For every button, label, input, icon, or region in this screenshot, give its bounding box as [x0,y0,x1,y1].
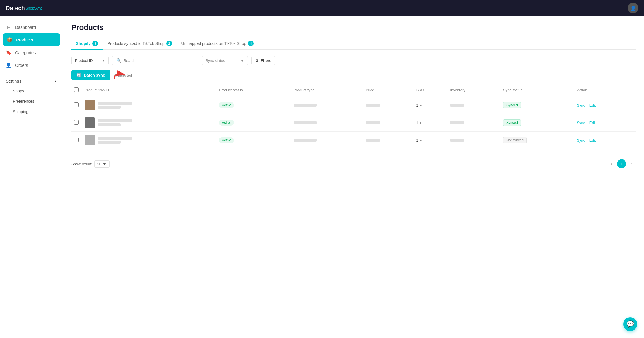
sidebar-item-products[interactable]: 📦 Products [3,33,60,46]
sku-expand-1[interactable]: ► [419,121,423,124]
col-header-sku: SKU [413,84,447,96]
product-type-placeholder-1 [294,121,317,124]
edit-link-0[interactable]: Edit [589,103,596,107]
sidebar-item-preferences[interactable]: Preferences [0,96,63,107]
sync-status-cell-1: Synced [500,114,574,132]
sku-expand-0[interactable]: ► [419,103,423,107]
sync-rotate-icon: 🔄 [76,73,81,77]
row-checkbox-2[interactable] [74,138,79,142]
action-cell-0: Sync Edit [574,96,636,114]
row-checkbox-1[interactable] [74,120,79,125]
sidebar-item-shipping[interactable]: Shipping [0,107,63,117]
product-status-cell-0: Active [216,96,290,114]
show-result-value: 20 [97,162,101,166]
products-icon: 📦 [7,37,13,43]
sync-link-2[interactable]: Sync [577,138,585,143]
product-type-cell-1 [291,114,363,132]
product-info-cell-0 [82,96,216,114]
brand-sub: ShopSync [26,6,43,10]
sync-status-cell-0: Synced [500,96,574,114]
product-title-placeholder-1 [98,119,132,122]
row-checkbox-cell-1[interactable] [71,114,82,132]
sync-link-0[interactable]: Sync [577,103,585,107]
show-result: Show result: 20 ▼ [71,160,110,168]
sidebar-divider [0,74,63,74]
search-box: 🔍 [112,56,198,65]
tab-synced-badge: 2 [166,41,172,46]
product-type-cell-2 [291,132,363,149]
chat-bubble[interactable]: 💬 [623,317,637,331]
product-thumb-2 [85,135,95,145]
page-title: Products [71,23,636,32]
page-1-btn[interactable]: 1 [617,159,626,168]
batch-sync-button[interactable]: 🔄 Batch sync [71,70,110,80]
batch-row: 🔄 Batch sync 0 selected [71,70,636,80]
tab-unmapped[interactable]: Unmapped products on TikTok Shop 4 [177,38,258,49]
tab-synced-label: Products synced to TikTok Shop [107,41,164,46]
shipping-label: Shipping [13,109,28,114]
product-filter-select[interactable]: Product ID ▼ [71,56,109,65]
pagination: ‹ 1 › [607,159,636,168]
price-placeholder-1 [366,121,380,124]
avatar[interactable]: 👤 [628,3,638,13]
product-info-cell-2 [82,132,216,149]
table-row: Active 2 ► Not synced Sync Edit [71,132,636,149]
sidebar-item-orders[interactable]: 👤 Orders [0,59,63,71]
sync-link-1[interactable]: Sync [577,121,585,125]
page-prev-btn[interactable]: ‹ [607,160,615,168]
sync-badge-1: Synced [503,119,521,126]
batch-sync-label: Batch sync [84,73,105,77]
product-thumb-0 [85,100,95,110]
tab-synced[interactable]: Products synced to TikTok Shop 2 [103,38,177,49]
product-status-cell-1: Active [216,114,290,132]
price-placeholder-0 [366,104,380,107]
page-next-btn[interactable]: › [628,160,636,168]
table-footer: Show result: 20 ▼ ‹ 1 › [71,154,636,168]
sidebar-item-shops[interactable]: Shops [0,86,63,96]
sku-cell-0: 2 ► [413,96,447,114]
status-badge-0: Active [219,102,234,108]
sku-expand-2[interactable]: ► [419,138,423,142]
tabs-bar: Shopify 3 Products synced to TikTok Shop… [71,38,636,50]
tab-unmapped-badge: 4 [248,41,254,46]
col-header-action: Action [574,84,636,96]
sync-badge-0: Synced [503,102,521,108]
filters-row: Product ID ▼ 🔍 Sync status ▼ ⚙ Filters [71,56,636,65]
inventory-cell-0 [447,96,500,114]
sidebar-label-categories: Categories [15,50,36,55]
sync-status-select[interactable]: Sync status ▼ [202,56,248,65]
chevron-down-icon: ▼ [102,59,105,62]
row-checkbox-0[interactable] [74,102,79,107]
chat-icon: 💬 [626,320,634,328]
sync-badge-2: Not synced [503,137,527,143]
show-result-select[interactable]: 20 ▼ [94,160,110,168]
table-row: Active 1 ► Synced Sync Edit [71,114,636,132]
product-title-placeholder-2 [98,137,132,140]
sidebar-item-dashboard[interactable]: ⊞ Dashboard [0,21,63,33]
select-all-checkbox[interactable] [74,87,79,92]
action-cell-2: Sync Edit [574,132,636,149]
search-input[interactable] [124,58,194,63]
sku-cell-2: 2 ► [413,132,447,149]
sidebar-label-orders: Orders [15,63,28,68]
orders-icon: 👤 [6,62,12,68]
sync-status-cell-2: Not synced [500,132,574,149]
product-id-placeholder-0 [98,106,121,109]
filters-button[interactable]: ⚙ Filters [251,56,275,65]
row-checkbox-cell-2[interactable] [71,132,82,149]
product-title-placeholder-0 [98,102,132,105]
sidebar-settings-section[interactable]: Settings ▲ [0,76,63,86]
sidebar-item-categories[interactable]: 🔖 Categories [0,46,63,59]
price-placeholder-2 [366,139,380,142]
layout: ⊞ Dashboard 📦 Products 🔖 Categories 👤 Or… [0,16,644,338]
row-checkbox-cell-0[interactable] [71,96,82,114]
brand-main: Datech [6,5,25,12]
select-all-cell[interactable] [71,84,82,96]
edit-link-1[interactable]: Edit [589,121,596,125]
edit-link-2[interactable]: Edit [589,138,596,143]
tab-shopify[interactable]: Shopify 3 [71,38,103,50]
red-arrow-annotation [112,69,129,81]
product-thumb-1 [85,117,95,128]
col-header-title: Product title/ID [82,84,216,96]
navbar-right: 👤 [624,3,638,13]
